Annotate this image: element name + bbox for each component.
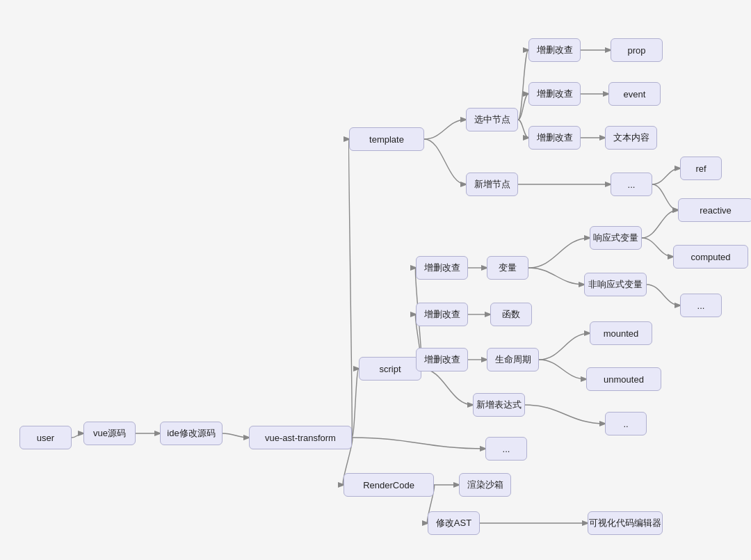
node-xinzeng: 新增节点 bbox=[466, 173, 518, 196]
node-vue: vue源码 bbox=[83, 422, 136, 445]
node-hanshu: 函数 bbox=[490, 303, 532, 326]
node-zengshan2: 增删改查 bbox=[528, 82, 581, 106]
node-xiangying: 响应式变量 bbox=[590, 226, 642, 250]
node-dotdotdot4: ... bbox=[485, 437, 527, 461]
node-dotdot2: ... bbox=[680, 294, 722, 317]
node-feixiangying: 非响应式变量 bbox=[584, 273, 647, 296]
node-vat: vue-ast-transform bbox=[249, 426, 352, 449]
node-zengshan5: 增删改查 bbox=[416, 303, 468, 326]
node-dotdotdot3: .. bbox=[605, 412, 647, 435]
node-template: template bbox=[349, 127, 424, 151]
node-unmouted: unmouted bbox=[586, 367, 661, 391]
node-dotdot1: ... bbox=[611, 173, 652, 196]
node-shengming: 生命周期 bbox=[487, 348, 539, 371]
node-zengshan3: 增删改查 bbox=[528, 126, 581, 150]
node-rendercode: RenderCode bbox=[344, 473, 434, 497]
node-mounted: mounted bbox=[590, 321, 652, 345]
node-prop: prop bbox=[611, 38, 663, 62]
node-event: event bbox=[608, 82, 661, 106]
node-computed: computed bbox=[673, 245, 748, 269]
node-wenben: 文本内容 bbox=[605, 126, 657, 150]
node-user: user bbox=[19, 426, 72, 449]
node-xuanze: 选中节点 bbox=[466, 108, 518, 131]
node-reactive: reactive bbox=[678, 198, 751, 222]
node-xinzeng2: 新增表达式 bbox=[473, 393, 525, 417]
node-ide: ide修改源码 bbox=[160, 422, 223, 445]
node-keshihua: 可视化代码编辑器 bbox=[588, 511, 663, 535]
diagram-canvas: uservue源码ide修改源码vue-ast-transformtemplat… bbox=[0, 0, 751, 560]
node-bianliang: 变量 bbox=[487, 256, 528, 280]
node-zengshan4: 增删改查 bbox=[416, 256, 468, 280]
node-script: script bbox=[359, 357, 421, 381]
node-xuanransha: 渲染沙箱 bbox=[459, 473, 511, 497]
node-ref: ref bbox=[680, 157, 722, 180]
node-zengshan1: 增删改查 bbox=[528, 38, 581, 62]
node-xiugaiAST: 修改AST bbox=[428, 511, 480, 535]
node-zengshan6: 增删改查 bbox=[416, 348, 468, 371]
